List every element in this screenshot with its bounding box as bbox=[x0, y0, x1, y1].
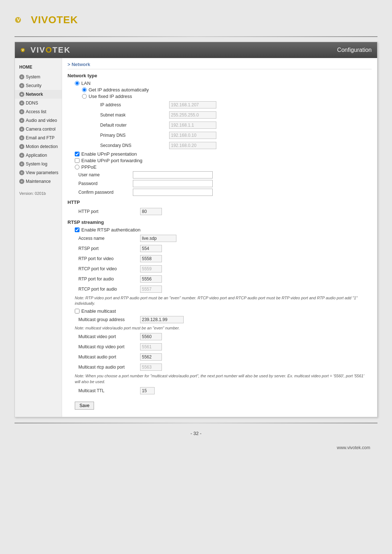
ddns-bullet-icon bbox=[19, 100, 24, 106]
sidebar-label-motion-detection: Motion detection bbox=[26, 144, 58, 149]
sidebar-item-camera-control[interactable]: Camera control bbox=[15, 125, 62, 134]
pppoe-radio[interactable] bbox=[75, 165, 79, 169]
upnp-port-forwarding-row: Enable UPnP port forwarding bbox=[68, 158, 372, 163]
sidebar-item-audio-video[interactable]: Audio and video bbox=[15, 116, 62, 125]
get-ip-auto-row: Get IP address automatically bbox=[68, 87, 372, 93]
system-log-bullet-icon bbox=[19, 161, 24, 167]
sidebar-label-camera-control: Camera control bbox=[26, 127, 56, 132]
pppoe-confirm-label: Confirm password bbox=[78, 190, 133, 195]
multicast-group-addr-input[interactable] bbox=[140, 316, 184, 323]
primary-dns-input[interactable] bbox=[169, 132, 216, 139]
sidebar-label-view-parameters: View parameters bbox=[26, 170, 58, 175]
rtsp-port-input[interactable] bbox=[140, 245, 162, 252]
get-ip-auto-label: Get IP address automatically bbox=[89, 87, 149, 93]
sidebar-label-access-list: Access list bbox=[26, 109, 46, 114]
multicast-ttl-input[interactable] bbox=[140, 387, 155, 394]
secondary-dns-input[interactable] bbox=[169, 142, 216, 149]
multicast-ttl-row: Multicast TTL bbox=[68, 386, 372, 395]
multicast-group-addr-label: Multicast group address bbox=[75, 317, 140, 322]
multicast-audio-port-input[interactable] bbox=[140, 353, 162, 361]
motion-detection-bullet-icon bbox=[19, 144, 24, 149]
primary-dns-row: Primary DNS bbox=[68, 131, 372, 140]
lan-radio[interactable] bbox=[75, 81, 79, 86]
pppoe-username-label: User name bbox=[78, 172, 133, 177]
pppoe-label: PPPoE bbox=[81, 164, 97, 170]
sidebar-item-application[interactable]: Application bbox=[15, 151, 62, 160]
rtsp-auth-checkbox[interactable] bbox=[75, 227, 79, 232]
sidebar-item-system[interactable]: System bbox=[15, 73, 62, 81]
rtp-video-input[interactable] bbox=[140, 255, 162, 262]
frame-logo-icon: V bbox=[20, 45, 30, 55]
upnp-port-forwarding-label: Enable UPnP port forwarding bbox=[81, 158, 142, 163]
get-ip-auto-radio[interactable] bbox=[82, 87, 87, 92]
pppoe-section: User name Password Confirm password bbox=[68, 171, 372, 196]
sidebar-item-access-list[interactable]: Access list bbox=[15, 107, 62, 116]
http-port-label: HTTP port bbox=[75, 209, 140, 214]
pppoe-username-input[interactable] bbox=[133, 171, 213, 178]
default-router-input[interactable] bbox=[169, 122, 216, 129]
sidebar-label-system: System bbox=[26, 74, 40, 79]
lan-radio-row: LAN bbox=[68, 81, 372, 86]
multicast-rtcp-video-input[interactable] bbox=[140, 343, 162, 350]
sidebar-item-security[interactable]: Security bbox=[15, 81, 62, 90]
save-button[interactable]: Save bbox=[75, 402, 94, 410]
rtsp-auth-label: Enable RTSP authentication bbox=[81, 227, 140, 233]
audio-video-bullet-icon bbox=[19, 118, 24, 123]
multicast-rtcp-video-label: Multicast rtcp video port bbox=[75, 344, 140, 349]
sidebar-item-email-ftp[interactable]: Email and FTP bbox=[15, 134, 62, 142]
rtcp-audio-input[interactable] bbox=[140, 286, 162, 293]
default-router-row: Default router bbox=[68, 121, 372, 130]
sidebar-home[interactable]: HOME bbox=[15, 62, 62, 73]
sidebar-item-ddns[interactable]: DDNS bbox=[15, 99, 62, 107]
pppoe-password-input[interactable] bbox=[133, 180, 213, 187]
sidebar-item-network[interactable]: Network bbox=[15, 90, 62, 99]
access-name-label: Access name bbox=[75, 236, 140, 241]
multicast-rtcp-audio-row: Multicast rtcp audio port bbox=[68, 363, 372, 372]
pppoe-radio-row: PPPoE bbox=[68, 164, 372, 170]
vivotek-top-logo-icon: V bbox=[15, 13, 29, 27]
upnp-port-forwarding-checkbox[interactable] bbox=[75, 158, 79, 163]
sidebar-label-ddns: DDNS bbox=[26, 100, 38, 106]
sidebar-item-view-parameters[interactable]: View parameters bbox=[15, 168, 62, 177]
pppoe-confirm-input[interactable] bbox=[133, 189, 213, 196]
pppoe-password-row: Password bbox=[78, 180, 372, 187]
http-section-title: HTTP bbox=[68, 200, 372, 205]
use-fixed-ip-radio[interactable] bbox=[82, 94, 87, 99]
network-bullet-icon bbox=[19, 92, 24, 97]
rtcp-video-row: RTCP port for video bbox=[68, 264, 372, 273]
ip-address-label: IP address bbox=[97, 102, 169, 107]
rtp-audio-input[interactable] bbox=[140, 275, 162, 283]
primary-dns-label: Primary DNS bbox=[97, 133, 169, 138]
subnet-mask-input[interactable] bbox=[169, 111, 216, 119]
multicast-enable-row: Enable multicast bbox=[68, 308, 372, 314]
sidebar: HOME System Security Network DDNS bbox=[15, 58, 62, 417]
rtcp-audio-label: RTCP port for audio bbox=[75, 287, 140, 292]
http-port-input[interactable] bbox=[140, 208, 162, 215]
multicast-enable-checkbox[interactable] bbox=[75, 309, 79, 313]
sidebar-label-application: Application bbox=[26, 153, 47, 158]
access-name-row: Access name bbox=[68, 234, 372, 243]
page-footer: - 32 - bbox=[7, 425, 385, 442]
use-fixed-ip-row: Use fixed IP address bbox=[68, 94, 372, 99]
access-name-input[interactable] bbox=[140, 235, 176, 242]
multicast-rtcp-audio-input[interactable] bbox=[140, 364, 162, 371]
default-router-label: Default router bbox=[97, 123, 169, 128]
rtp-audio-label: RTP port for audio bbox=[75, 276, 140, 282]
rtcp-video-input[interactable] bbox=[140, 265, 162, 272]
sidebar-item-system-log[interactable]: System log bbox=[15, 160, 62, 168]
sidebar-item-maintenance[interactable]: Maintenance bbox=[15, 177, 62, 186]
upnp-presentation-label: Enable UPnP presentation bbox=[81, 151, 137, 157]
multicast-rtcp-video-row: Multicast rtcp video port bbox=[68, 342, 372, 351]
upnp-presentation-checkbox[interactable] bbox=[75, 152, 79, 156]
subnet-mask-label: Subnet mask bbox=[97, 112, 169, 118]
ip-address-input[interactable] bbox=[169, 101, 216, 108]
sidebar-version: Version: 0201b bbox=[15, 186, 62, 198]
frame-logo-text: VIVOTEK bbox=[30, 45, 71, 55]
sidebar-item-motion-detection[interactable]: Motion detection bbox=[15, 142, 62, 151]
sidebar-label-system-log: System log bbox=[26, 161, 47, 167]
pppoe-username-row: User name bbox=[78, 171, 372, 178]
multicast-video-port-input[interactable] bbox=[140, 333, 162, 340]
sidebar-label-network: Network bbox=[26, 92, 43, 97]
rtsp-note: Note: RTP video port and RTP audio port … bbox=[75, 295, 370, 307]
ip-address-row: IP address bbox=[68, 100, 372, 109]
